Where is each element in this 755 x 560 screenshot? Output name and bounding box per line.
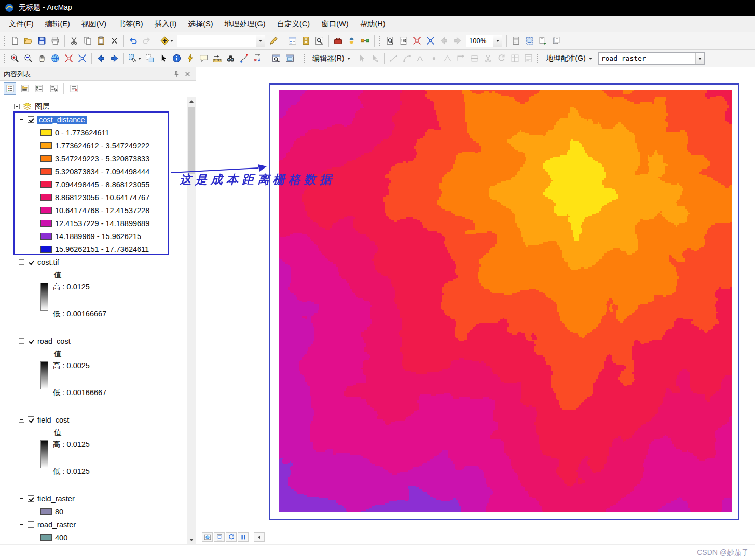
toolbar-grip[interactable] <box>3 36 5 46</box>
legend-swatch[interactable] <box>40 155 52 162</box>
menu-item[interactable]: 帮助(H) <box>354 16 391 32</box>
legend-swatch[interactable] <box>40 508 52 515</box>
layer-checkbox[interactable] <box>28 116 34 123</box>
layer-checkbox[interactable] <box>28 521 34 528</box>
html-popup-button[interactable] <box>197 52 210 65</box>
toc-panel-button[interactable] <box>286 34 299 47</box>
menu-item[interactable]: 插入(I) <box>149 16 183 32</box>
pause-button[interactable] <box>238 532 249 542</box>
menu-item[interactable]: 文件(F) <box>3 16 39 32</box>
select-features-button[interactable] <box>127 52 143 65</box>
legend-item[interactable]: 5.320873834 - 7.094498444 <box>0 165 187 178</box>
scroll-up-button[interactable] <box>187 97 196 106</box>
toolbar-grip[interactable] <box>378 36 380 46</box>
viewer-window-button[interactable] <box>270 52 283 65</box>
list-by-source-button[interactable] <box>18 82 31 95</box>
expander-icon[interactable] <box>19 338 24 344</box>
legend-item[interactable]: 80 <box>0 505 187 518</box>
fixed-zoom-out-button[interactable] <box>76 52 89 65</box>
change-layout-button[interactable] <box>537 34 550 47</box>
legend-value-row[interactable]: 值 <box>0 426 187 439</box>
layer-checkbox[interactable] <box>28 259 34 265</box>
undo-button[interactable] <box>127 34 140 47</box>
layer-name[interactable]: cost_distance <box>37 116 87 124</box>
layer-row[interactable]: field_cost <box>0 413 187 426</box>
legend-item[interactable]: 12.41537229 - 14.18899689 <box>0 217 187 230</box>
legend-swatch[interactable] <box>40 246 52 253</box>
layer-name[interactable]: field_raster <box>37 495 75 503</box>
measure-button[interactable] <box>211 52 224 65</box>
legend-swatch[interactable] <box>40 142 52 149</box>
zoom-100-button[interactable] <box>397 34 410 47</box>
list-by-selection-button[interactable] <box>47 82 60 95</box>
legend-swatch[interactable] <box>40 233 52 240</box>
open-folder-button[interactable] <box>22 34 35 47</box>
dropdown-button[interactable] <box>256 35 265 47</box>
catalog-button[interactable] <box>299 34 312 47</box>
expander-icon[interactable] <box>19 117 24 122</box>
editor-menu[interactable]: 编辑器(R) <box>308 52 354 65</box>
arctoolbox-button[interactable] <box>332 34 345 47</box>
layer-checkbox[interactable] <box>28 416 34 423</box>
layer-checkbox[interactable] <box>28 338 34 344</box>
editor-tool-button[interactable] <box>267 34 280 47</box>
menu-item[interactable]: 书签(B) <box>112 16 148 32</box>
list-by-drawing-order-button[interactable] <box>4 82 16 95</box>
layer-row[interactable]: cost.tif <box>0 256 187 269</box>
layer-name[interactable]: cost.tif <box>37 258 59 267</box>
magnifier-window-button[interactable] <box>283 52 296 65</box>
data-driven-pages-button[interactable] <box>550 34 563 47</box>
toolbar-grip[interactable] <box>3 53 5 64</box>
color-ramp[interactable] <box>40 283 48 311</box>
legend-item[interactable]: 0 - 1.773624611 <box>0 126 187 139</box>
python-button[interactable] <box>345 34 358 47</box>
toggle-draft-mode-button[interactable] <box>510 34 523 47</box>
list-by-visibility-button[interactable] <box>33 82 45 95</box>
copy-button[interactable] <box>81 34 94 47</box>
toolbar-grip[interactable] <box>537 53 539 64</box>
layer-name[interactable]: road_cost <box>37 337 71 345</box>
modelbuilder-button[interactable] <box>359 34 372 47</box>
paste-button[interactable] <box>94 34 107 47</box>
color-ramp[interactable] <box>40 361 48 389</box>
legend-swatch[interactable] <box>40 220 52 227</box>
menu-item[interactable]: 地理处理(G) <box>219 16 271 32</box>
cost-distance-raster[interactable] <box>279 90 732 512</box>
full-extent-button[interactable] <box>49 52 62 65</box>
save-button[interactable] <box>35 34 48 47</box>
fixed-zoom-in-button[interactable] <box>410 34 423 47</box>
hyperlink-button[interactable] <box>184 52 197 65</box>
legend-item[interactable]: 400 <box>0 531 187 544</box>
search-window-button[interactable] <box>313 34 326 47</box>
find-button[interactable] <box>224 52 237 65</box>
find-route-button[interactable] <box>238 52 251 65</box>
data-view-button[interactable] <box>202 532 213 542</box>
zoom-whole-page-button[interactable] <box>383 34 396 47</box>
go-to-xy-button[interactable] <box>251 52 264 65</box>
expander-icon[interactable] <box>19 496 24 501</box>
add-data-button[interactable] <box>159 34 175 47</box>
expander-icon[interactable] <box>14 104 20 109</box>
menu-item[interactable]: 窗口(W) <box>315 16 354 32</box>
georeferencing-menu[interactable]: 地理配准(G) <box>542 52 596 65</box>
print-button[interactable] <box>49 34 62 47</box>
layer-name[interactable]: road_raster <box>37 521 76 529</box>
layout-zoom-combo[interactable]: 100% <box>466 35 502 47</box>
pan-button[interactable] <box>35 52 48 65</box>
focus-data-frame-button[interactable] <box>523 34 536 47</box>
legend-swatch[interactable] <box>40 194 52 201</box>
layer-name[interactable]: field_cost <box>37 416 69 424</box>
forward-button[interactable] <box>108 52 121 65</box>
refresh-button[interactable] <box>226 532 237 542</box>
menu-item[interactable]: 视图(V) <box>76 16 112 32</box>
layer-row[interactable]: road_cost <box>0 334 187 347</box>
legend-swatch[interactable] <box>40 181 52 188</box>
back-button[interactable] <box>94 52 107 65</box>
legend-swatch[interactable] <box>40 534 52 541</box>
clear-selection-button[interactable] <box>143 52 156 65</box>
expander-icon[interactable] <box>19 417 24 423</box>
map-scale-combo[interactable] <box>177 35 265 47</box>
toc-scrollbar[interactable] <box>187 97 196 544</box>
scroll-down-button[interactable] <box>187 536 196 544</box>
legend-swatch[interactable] <box>40 129 52 136</box>
